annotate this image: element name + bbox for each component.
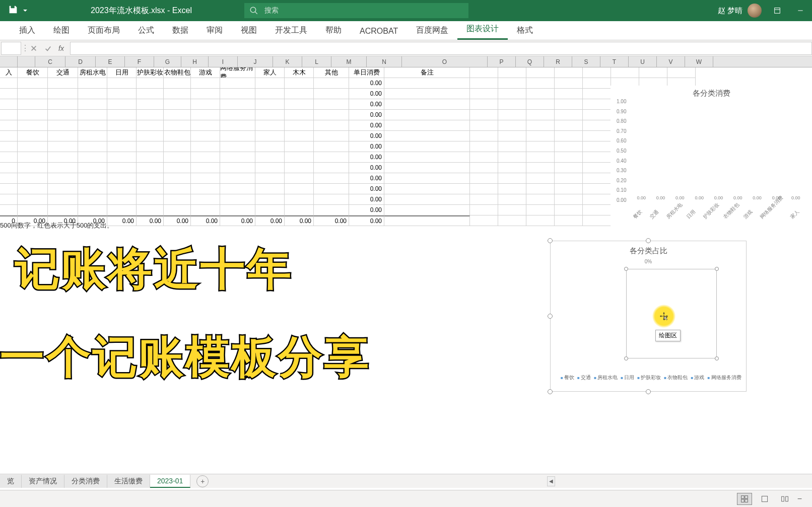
column-header[interactable]: J [238, 56, 273, 67]
table-cell[interactable] [526, 173, 555, 184]
table-cell[interactable] [107, 120, 137, 131]
table-cell[interactable] [191, 78, 220, 89]
table-cell[interactable] [78, 163, 107, 173]
table-cell[interactable] [48, 141, 78, 152]
table-header-cell[interactable] [583, 67, 611, 78]
table-cell[interactable] [285, 152, 314, 163]
table-cell[interactable] [583, 110, 611, 120]
table-cell[interactable]: 0.00 [349, 89, 384, 99]
table-cell[interactable] [137, 120, 164, 131]
table-cell[interactable] [526, 131, 555, 141]
table-cell[interactable] [314, 110, 349, 120]
table-cell[interactable] [220, 141, 255, 152]
ribbon-tab[interactable]: 图表设计 [457, 20, 508, 40]
table-cell[interactable] [191, 141, 220, 152]
table-cell[interactable] [18, 99, 48, 110]
table-header-cell[interactable]: 房租水电 [78, 67, 107, 78]
table-cell[interactable] [498, 184, 526, 194]
table-cell[interactable] [137, 173, 164, 184]
table-cell[interactable] [583, 194, 611, 205]
table-cell[interactable] [220, 131, 255, 141]
column-header[interactable]: V [657, 56, 685, 67]
table-cell[interactable] [285, 205, 314, 215]
table-cell[interactable] [107, 99, 137, 110]
table-total-cell[interactable]: 0.00 [220, 215, 255, 226]
table-total-cell[interactable] [470, 215, 498, 226]
table-cell[interactable] [137, 205, 164, 215]
table-cell[interactable] [255, 194, 285, 205]
table-cell[interactable] [18, 141, 48, 152]
table-cell[interactable] [191, 120, 220, 131]
table-cell[interactable] [555, 120, 583, 131]
table-cell[interactable] [583, 141, 611, 152]
table-cell[interactable] [555, 78, 583, 89]
table-cell[interactable] [164, 110, 191, 120]
page-layout-view-button[interactable] [757, 493, 772, 505]
table-total-cell[interactable]: 0.00 [255, 215, 285, 226]
table-cell[interactable] [583, 89, 611, 99]
table-cell[interactable]: 0.00 [349, 78, 384, 89]
table-header-cell[interactable]: 游戏 [191, 67, 220, 78]
table-cell[interactable]: 0.00 [349, 152, 384, 163]
table-cell[interactable] [314, 163, 349, 173]
table-cell[interactable] [164, 120, 191, 131]
table-cell[interactable] [285, 141, 314, 152]
table-cell[interactable] [498, 163, 526, 173]
table-cell[interactable] [314, 205, 349, 215]
table-cell[interactable] [191, 194, 220, 205]
table-cell[interactable] [107, 152, 137, 163]
table-total-cell[interactable] [583, 215, 611, 226]
table-header-cell[interactable]: 其他 [314, 67, 349, 78]
table-cell[interactable] [78, 184, 107, 194]
table-cell[interactable] [107, 89, 137, 99]
table-cell[interactable]: 0.00 [349, 110, 384, 120]
table-cell[interactable] [555, 163, 583, 173]
table-header-cell[interactable]: 交通 [48, 67, 78, 78]
table-cell[interactable] [384, 152, 470, 163]
table-header-cell[interactable] [639, 67, 667, 78]
table-cell[interactable] [107, 205, 137, 215]
scroll-left-button[interactable]: ◀ [547, 476, 555, 486]
table-cell[interactable] [314, 78, 349, 89]
selection-handle[interactable] [548, 238, 553, 243]
table-cell[interactable] [18, 184, 48, 194]
pie-chart[interactable]: 各分类占比 0% 绘图区 餐饮交通房租水电日用护肤彩妆衣物鞋包游戏网络服务消费 [550, 241, 747, 392]
column-header[interactable] [18, 56, 35, 67]
table-cell[interactable] [164, 99, 191, 110]
table-cell[interactable] [526, 194, 555, 205]
table-cell[interactable] [583, 184, 611, 194]
table-header-cell[interactable]: 家人 [255, 67, 285, 78]
column-header[interactable]: D [65, 56, 96, 67]
table-cell[interactable] [384, 194, 470, 205]
table-cell[interactable]: 0.00 [349, 173, 384, 184]
table-total-cell[interactable] [555, 215, 583, 226]
table-cell[interactable]: 0.00 [349, 141, 384, 152]
table-cell[interactable] [78, 194, 107, 205]
table-cell[interactable] [48, 194, 78, 205]
table-cell[interactable] [255, 173, 285, 184]
name-box[interactable] [1, 42, 21, 55]
table-cell[interactable] [498, 173, 526, 184]
table-cell[interactable] [470, 163, 498, 173]
table-header-cell[interactable]: 入 [0, 67, 18, 78]
table-cell[interactable] [285, 184, 314, 194]
table-cell[interactable] [384, 173, 470, 184]
table-header-cell[interactable] [611, 67, 639, 78]
table-cell[interactable] [384, 141, 470, 152]
table-cell[interactable] [314, 99, 349, 110]
table-cell[interactable] [191, 205, 220, 215]
table-cell[interactable] [555, 184, 583, 194]
table-cell[interactable] [191, 173, 220, 184]
table-cell[interactable] [314, 89, 349, 99]
bar-chart[interactable]: 各分类消费 1.000.900.800.700.600.500.400.300.… [611, 86, 812, 237]
table-cell[interactable]: 0.00 [349, 131, 384, 141]
table-cell[interactable] [470, 184, 498, 194]
table-cell[interactable]: 0.00 [349, 194, 384, 205]
plot-handle[interactable] [624, 356, 628, 360]
table-cell[interactable] [107, 194, 137, 205]
table-cell[interactable] [48, 152, 78, 163]
column-header[interactable]: K [273, 56, 302, 67]
table-cell[interactable] [285, 163, 314, 173]
table-cell[interactable] [285, 173, 314, 184]
table-cell[interactable] [526, 99, 555, 110]
